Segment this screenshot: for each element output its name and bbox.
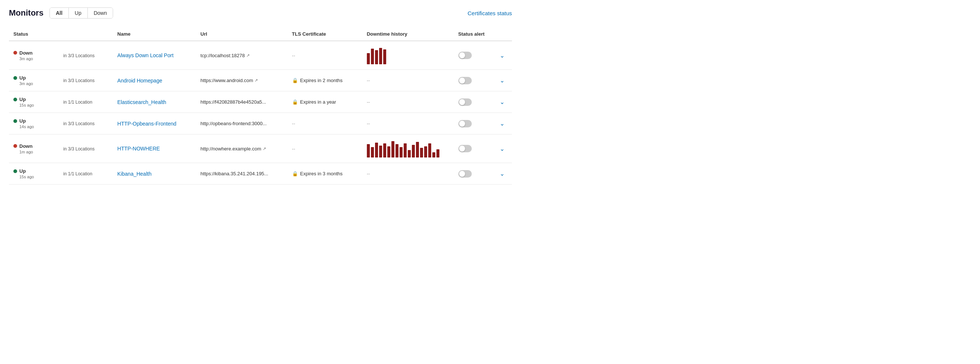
downtime-bar: [432, 152, 435, 157]
downtime-dash: --: [367, 171, 370, 176]
url-cell: http://nowhere.example.com↗: [196, 135, 288, 163]
status-label: Up: [19, 118, 25, 124]
monitor-name-link[interactable]: HTTP-Opbeans-Frontend: [117, 121, 177, 127]
downtime-bar: [412, 145, 415, 157]
location-text: in 3/3 Locations: [63, 146, 94, 152]
lock-icon: 🔒: [292, 78, 298, 83]
monitor-name-link[interactable]: Always Down Local Port: [117, 52, 173, 58]
status-label: Up: [19, 75, 25, 81]
status-cell: Up 14s ago: [9, 113, 59, 135]
chevron-down-icon[interactable]: ⌄: [500, 146, 504, 152]
tls-value: 🔒Expires in a year: [292, 99, 358, 105]
name-cell[interactable]: Always Down Local Port: [113, 41, 196, 70]
col-header-name: Name: [113, 27, 196, 41]
tab-down[interactable]: Down: [88, 8, 113, 18]
downtime-cell: --: [363, 91, 454, 113]
downtime-cell: [363, 135, 454, 163]
col-header-alert: Status alert: [454, 27, 496, 41]
location-cell: in 3/3 Locations: [59, 70, 113, 91]
downtime-cell: --: [363, 163, 454, 185]
downtime-bar: [371, 49, 374, 64]
tls-dash: --: [292, 121, 296, 126]
url-cell: tcp://localhost:18278↗: [196, 41, 288, 70]
downtime-cell: --: [363, 113, 454, 135]
alert-cell: [454, 163, 496, 185]
monitor-name-link[interactable]: Android Homepage: [117, 78, 162, 84]
location-cell: in 3/3 Locations: [59, 41, 113, 70]
status-label: Up: [19, 97, 25, 102]
downtime-bar: [375, 50, 378, 64]
tls-cell: 🔒Expires in 2 months: [288, 70, 363, 91]
chevron-down-icon[interactable]: ⌄: [500, 77, 504, 84]
page-title: Monitors: [9, 8, 43, 18]
status-dot: [13, 144, 17, 148]
status-time: 3m ago: [19, 81, 54, 86]
name-cell[interactable]: HTTP-NOWHERE: [113, 135, 196, 163]
chevron-down-icon[interactable]: ⌄: [500, 52, 504, 59]
name-cell[interactable]: Kibana_Health: [113, 163, 196, 185]
url-value: https://kibana.35.241.204.195...: [200, 171, 283, 176]
status-time: 3m ago: [19, 57, 54, 61]
url-value: https://f42082887b4e4520a5...: [200, 99, 283, 105]
monitor-name-link[interactable]: Kibana_Health: [117, 171, 151, 177]
tls-dash: --: [292, 53, 296, 58]
downtime-dash: --: [367, 121, 370, 126]
expand-cell[interactable]: ⌄: [495, 91, 512, 113]
url-cell: https://f42082887b4e4520a5...: [196, 91, 288, 113]
status-label: Down: [19, 50, 32, 56]
downtime-bar: [371, 147, 374, 157]
downtime-chart: [367, 140, 449, 157]
tls-cell: --: [288, 41, 363, 70]
status-cell: Down 1m ago: [9, 135, 59, 163]
downtime-bar: [436, 149, 439, 157]
chevron-down-icon[interactable]: ⌄: [500, 120, 504, 127]
tls-cell: 🔒Expires in a year: [288, 91, 363, 113]
expand-cell[interactable]: ⌄: [495, 70, 512, 91]
alert-toggle[interactable]: [458, 77, 472, 84]
name-cell[interactable]: Elasticsearch_Health: [113, 91, 196, 113]
status-time: 15s ago: [19, 174, 54, 179]
downtime-bar: [375, 142, 378, 157]
status-dot: [13, 76, 17, 80]
monitor-name-link[interactable]: HTTP-NOWHERE: [117, 146, 160, 152]
expand-cell[interactable]: ⌄: [495, 113, 512, 135]
url-cell: https://www.android.com↗: [196, 70, 288, 91]
status-cell: Up 15s ago: [9, 163, 59, 185]
downtime-bar: [383, 49, 386, 64]
expand-cell[interactable]: ⌄: [495, 41, 512, 70]
downtime-chart: [367, 46, 449, 64]
location-cell: in 1/1 Location: [59, 163, 113, 185]
downtime-bar: [387, 146, 390, 157]
alert-toggle[interactable]: [458, 170, 472, 177]
monitor-name-link[interactable]: Elasticsearch_Health: [117, 99, 166, 105]
downtime-cell: --: [363, 70, 454, 91]
alert-toggle[interactable]: [458, 98, 472, 106]
col-header-status: Status: [9, 27, 59, 41]
name-cell[interactable]: Android Homepage: [113, 70, 196, 91]
location-cell: in 3/3 Locations: [59, 113, 113, 135]
alert-cell: [454, 70, 496, 91]
tab-up[interactable]: Up: [69, 8, 88, 18]
expand-cell[interactable]: ⌄: [495, 135, 512, 163]
alert-toggle[interactable]: [458, 120, 472, 127]
url-value: tcp://localhost:18278↗: [200, 53, 283, 58]
tls-value: 🔒Expires in 2 months: [292, 78, 358, 83]
downtime-bar: [379, 146, 382, 157]
location-text: in 3/3 Locations: [63, 121, 94, 126]
chevron-down-icon[interactable]: ⌄: [500, 171, 504, 177]
downtime-bar: [408, 150, 411, 157]
external-link-icon: ↗: [255, 78, 258, 83]
status-dot: [13, 119, 17, 123]
chevron-down-icon[interactable]: ⌄: [500, 99, 504, 105]
tab-all[interactable]: All: [50, 8, 69, 18]
certificates-status-link[interactable]: Certificates status: [468, 10, 512, 16]
status-time: 15s ago: [19, 103, 54, 108]
expand-cell[interactable]: ⌄: [495, 163, 512, 185]
downtime-cell: [363, 41, 454, 70]
name-cell[interactable]: HTTP-Opbeans-Frontend: [113, 113, 196, 135]
status-dot: [13, 51, 17, 55]
alert-toggle[interactable]: [458, 52, 472, 59]
downtime-bar: [399, 147, 402, 157]
alert-toggle[interactable]: [458, 145, 472, 152]
location-text: in 1/1 Location: [63, 100, 92, 105]
